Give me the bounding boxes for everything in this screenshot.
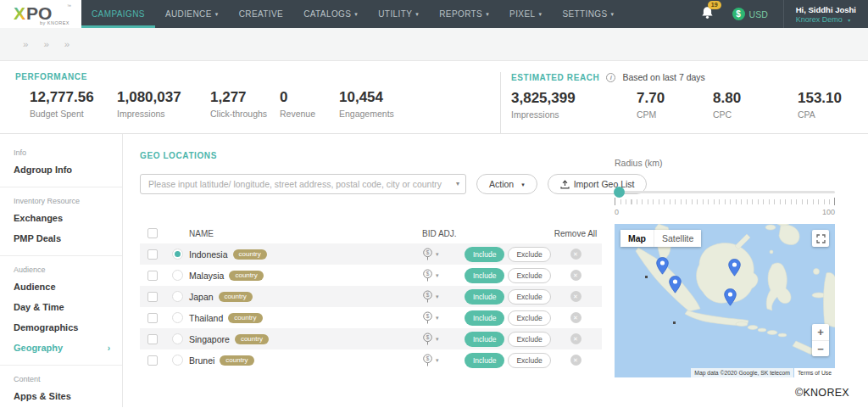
include-button[interactable]: Include <box>465 247 504 262</box>
remove-icon[interactable] <box>570 355 581 366</box>
row-checkbox[interactable] <box>147 271 158 281</box>
nav-menu-label: CATALOGS <box>303 9 351 19</box>
row-checkbox[interactable] <box>147 249 158 260</box>
sidebar-item-label: Exchanges <box>14 213 63 223</box>
info-icon[interactable] <box>606 73 615 82</box>
map-pin-icon[interactable] <box>728 259 741 277</box>
radius-label: Radius (km) <box>615 158 839 168</box>
sidebar-item-label: Geography <box>14 343 63 353</box>
exclude-button[interactable]: Exclude <box>508 310 550 326</box>
row-radio[interactable] <box>172 270 183 281</box>
bid-adjustment-icon[interactable]: $ <box>422 311 433 325</box>
sidebar-item[interactable]: Exchanges <box>0 208 122 228</box>
map-pin-icon[interactable] <box>656 257 669 275</box>
sidebar-group-heading: Inventory Resource <box>14 197 122 205</box>
row-checkbox[interactable] <box>147 292 158 302</box>
bid-adjustment-icon[interactable]: $ <box>422 354 433 367</box>
row-radio[interactable] <box>172 249 183 260</box>
nav-menu-item[interactable]: PIXEL <box>499 0 552 28</box>
zoom-out-button[interactable]: − <box>812 340 829 356</box>
navbar-right: 19 $ USD Hi, Siddhi Joshi Knorex Demo <box>701 0 868 28</box>
sidebar-item[interactable]: Apps & Sites <box>0 386 122 406</box>
nav-menu-item[interactable]: SETTINGS <box>552 0 624 28</box>
satellite-view-button[interactable]: Satellite <box>654 230 701 247</box>
stat-label: Engagements <box>339 109 432 119</box>
stat: 7.70 CPM <box>637 90 713 120</box>
stat-label: CPA <box>798 109 842 120</box>
select-all-checkbox[interactable] <box>147 228 158 238</box>
stat-value: 1,277 <box>210 89 280 106</box>
remove-icon[interactable] <box>570 312 581 323</box>
remove-icon[interactable] <box>570 291 581 302</box>
include-button[interactable]: Include <box>465 310 504 326</box>
xpo-logo[interactable]: X PO ™ by KNOREX <box>0 0 81 28</box>
exclude-button[interactable]: Exclude <box>508 353 550 368</box>
zoom-in-button[interactable]: + <box>812 324 829 340</box>
remove-icon[interactable] <box>570 270 581 281</box>
nav-menu-item[interactable]: CATALOGS <box>293 0 368 28</box>
chevron-right-icon <box>108 344 110 353</box>
remove-icon[interactable] <box>570 333 581 344</box>
map-view-button[interactable]: Map <box>620 230 654 247</box>
sidebar-item[interactable]: Geography <box>0 338 122 358</box>
stat-label: Budget Spent <box>30 109 117 119</box>
sidebar-item[interactable]: Demographics <box>0 317 122 338</box>
bid-adjustment-icon[interactable]: $ <box>422 269 433 282</box>
sidebar-item[interactable]: Adgroup Info <box>0 159 122 180</box>
remove-icon[interactable] <box>570 249 581 260</box>
currency-selector[interactable]: $ USD <box>732 8 768 20</box>
fullscreen-button[interactable] <box>812 230 829 247</box>
breadcrumb-item[interactable] <box>15 39 36 49</box>
exclude-button[interactable]: Exclude <box>508 268 550 283</box>
bid-adjustment-icon[interactable]: $ <box>422 290 433 304</box>
nav-menu-item[interactable]: AUDIENCE <box>155 0 229 28</box>
exclude-button[interactable]: Exclude <box>508 247 550 262</box>
exclude-button[interactable]: Exclude <box>508 289 550 305</box>
sidebar-group-heading: Audience <box>14 265 122 274</box>
include-button[interactable]: Include <box>465 353 504 368</box>
geo-search-input[interactable] <box>140 174 466 194</box>
notifications-button[interactable]: 19 <box>701 6 714 23</box>
map-pin-icon[interactable] <box>669 276 682 293</box>
nav-menu-item[interactable]: UTILITY <box>368 0 429 28</box>
row-radio[interactable] <box>172 312 183 323</box>
breadcrumb-item[interactable] <box>36 39 56 49</box>
row-checkbox[interactable] <box>147 334 158 344</box>
stat-label: Impressions <box>511 109 637 120</box>
nav-menu-item[interactable]: REPORTS <box>429 0 499 28</box>
chevron-down-icon[interactable] <box>456 180 459 187</box>
bid-adjustment-icon[interactable]: $ <box>422 333 433 346</box>
map-canvas[interactable]: Map Satellite + − Map data ©2020 Googl <box>615 224 835 377</box>
exclude-button[interactable]: Exclude <box>508 332 550 347</box>
action-button[interactable]: Action <box>476 174 537 194</box>
sidebar-item[interactable]: Day & Time <box>0 297 122 317</box>
terms-of-use-link[interactable]: Terms of Use <box>794 368 835 377</box>
user-menu[interactable]: Hi, Siddhi Joshi Knorex Demo <box>784 5 868 24</box>
remove-all-button[interactable]: Remove All <box>549 229 602 238</box>
include-button[interactable]: Include <box>465 332 504 347</box>
nav-menu-label: UTILITY <box>378 9 412 19</box>
sidebar-item-label: Adgroup Info <box>14 165 72 175</box>
row-radio[interactable] <box>172 291 183 302</box>
chevron-down-icon <box>415 11 419 17</box>
radius-slider-thumb[interactable] <box>614 187 625 198</box>
include-button[interactable]: Include <box>465 268 504 283</box>
map-zoom-control: + − <box>812 324 829 356</box>
sidebar-item-label: Day & Time <box>14 302 64 312</box>
nav-menu-item[interactable]: CREATIVE <box>229 0 293 28</box>
radius-slider[interactable] <box>615 191 835 193</box>
breadcrumb-item[interactable] <box>57 39 77 49</box>
map-pin-icon[interactable] <box>724 288 737 306</box>
chevron-down-icon <box>436 251 439 258</box>
sidebar-item[interactable]: Audience <box>0 277 122 297</box>
nav-menu-item[interactable]: CAMPAIGNS <box>81 0 155 28</box>
bid-adjustment-icon[interactable]: $ <box>422 248 433 261</box>
row-radio[interactable] <box>172 355 183 366</box>
sidebar-item-label: Demographics <box>14 322 78 333</box>
row-checkbox[interactable] <box>147 355 158 366</box>
row-checkbox[interactable] <box>147 313 158 323</box>
sidebar-item[interactable]: PMP Deals <box>0 228 122 249</box>
row-radio[interactable] <box>172 333 183 344</box>
svg-text:$: $ <box>426 271 430 277</box>
include-button[interactable]: Include <box>465 289 504 305</box>
